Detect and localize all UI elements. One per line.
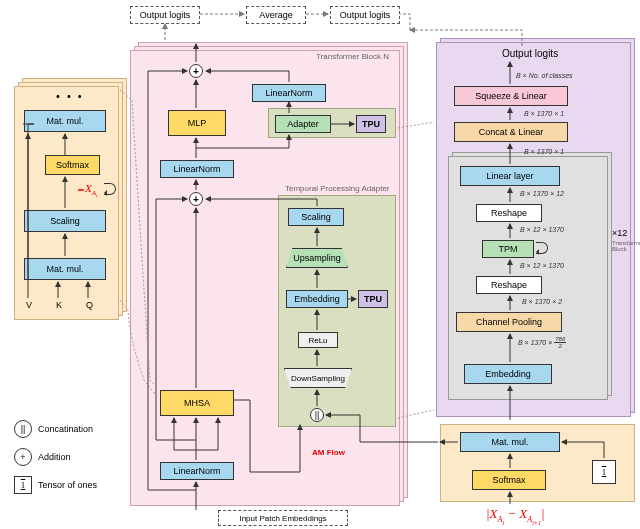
linear-layer: Linear layer (460, 166, 560, 186)
relu-block: ReLu (298, 332, 338, 348)
channel-pooling-label: Channel Pooling (476, 317, 542, 327)
downsampling-block: DownSampling (284, 368, 352, 388)
scaling-left: Scaling (24, 210, 106, 232)
linearnorm-1-label: LinearNorm (265, 88, 312, 98)
x-at-loop-icon (104, 183, 116, 195)
softmax-right-label: Softmax (492, 475, 525, 485)
output-logits-right: Output logits (502, 48, 558, 59)
shape-4: B × 12 × 1370 (520, 226, 564, 233)
average-box: Average (246, 6, 306, 24)
plus-icon: + (14, 448, 32, 466)
mhsa-block: MHSA (160, 390, 234, 416)
embedding-right-label: Embedding (485, 369, 531, 379)
legend-ones: 1 Tensor of ones (14, 476, 97, 494)
legend-addition-label: Addition (38, 452, 71, 462)
embedding-right: Embedding (464, 364, 552, 384)
concat-node: || (310, 408, 324, 422)
linearnorm-1: LinearNorm (252, 84, 326, 102)
ones-tensor: 1 (592, 460, 616, 484)
x-at-label: XAt (85, 182, 97, 199)
tpu-1: TPU (356, 115, 386, 133)
tpa-pane (278, 195, 396, 427)
output-logits-label-2: Output logits (340, 10, 391, 20)
linearnorm-2-label: LinearNorm (173, 164, 220, 174)
shape-2: B × 1370 × 1 (524, 148, 564, 155)
upsampling-border (286, 248, 348, 268)
tpm-label: TPM (499, 244, 518, 254)
legend-addition: + Addition (14, 448, 71, 466)
shape-7: B × 1370 × 786 2 (518, 336, 566, 349)
ones-icon: 1 (14, 476, 32, 494)
dots-label: • • • (56, 90, 84, 102)
tpu-2: TPU (358, 290, 388, 308)
softmax-left: Softmax (45, 155, 100, 175)
shape-out: B × No. of classes (516, 72, 573, 79)
q-label: Q (86, 300, 93, 310)
shape-7b: 786 (554, 336, 566, 343)
x12-label: ×12 (612, 228, 627, 238)
squeeze-label: Squeeze & Linear (475, 91, 547, 101)
linearnorm-2: LinearNorm (160, 160, 234, 178)
squeeze-linear: Squeeze & Linear (454, 86, 568, 106)
tpa-title: Temporal Processing Adapter (285, 184, 390, 193)
v-label: V (26, 300, 32, 310)
concat-linear: Concat & Linear (454, 122, 568, 142)
scaling-tpa-label: Scaling (301, 212, 331, 222)
diff-label: |XAt − XAt+1| (486, 506, 544, 525)
tpm-loop-icon (536, 242, 548, 254)
shape-7c: 2 (559, 343, 562, 349)
add-top: + (189, 64, 203, 78)
concat-linear-label: Concat & Linear (479, 127, 544, 137)
channel-pooling: Channel Pooling (456, 312, 562, 332)
concat-icon: || (14, 420, 32, 438)
linear-layer-label: Linear layer (486, 171, 533, 181)
embedding-tpa: Embedding (286, 290, 348, 308)
reshape-2-label: Reshape (491, 280, 527, 290)
legend-concat-label: Concatination (38, 424, 93, 434)
output-logits-box-2: Output logits (330, 6, 400, 24)
matmul-bottom-label: Mat. mul. (46, 264, 83, 274)
adapter-block: Adapter (275, 115, 331, 133)
mhsa-label: MHSA (184, 398, 210, 408)
shape-3: B × 1370 × 12 (520, 190, 564, 197)
transformer-block-title: Transformer Block N (316, 52, 389, 61)
matmul-bottom: Mat. mul. (24, 258, 106, 280)
legend-concat: || Concatination (14, 420, 93, 438)
tpm-block: TPM (482, 240, 534, 258)
reshape-1-label: Reshape (491, 208, 527, 218)
shape-7a: B × 1370 × (518, 339, 552, 346)
mlp-block: MLP (168, 110, 226, 136)
ones-label: 1 (602, 467, 607, 477)
k-label: K (56, 300, 62, 310)
x12-sublabel: Transformer Block (612, 240, 640, 252)
shape-6: B × 1370 × 2 (522, 298, 562, 305)
matmul-right: Mat. mul. (460, 432, 560, 452)
shape-5: B × 12 × 1370 (520, 262, 564, 269)
reshape-1: Reshape (476, 204, 542, 222)
tpu-1-label: TPU (362, 119, 380, 129)
softmax-right: Softmax (472, 470, 546, 490)
legend-ones-label: Tensor of ones (38, 480, 97, 490)
tpu-2-label: TPU (364, 294, 382, 304)
input-patch-box: Input Patch Embeddings (218, 510, 348, 526)
mlp-label: MLP (188, 118, 207, 128)
adapter-label: Adapter (287, 119, 319, 129)
reshape-2: Reshape (476, 276, 542, 294)
linearnorm-3: LinearNorm (160, 462, 234, 480)
linearnorm-3-label: LinearNorm (173, 466, 220, 476)
input-patch-label: Input Patch Embeddings (239, 514, 326, 523)
scaling-left-label: Scaling (50, 216, 80, 226)
softmax-left-label: Softmax (56, 160, 89, 170)
matmul-right-label: Mat. mul. (491, 437, 528, 447)
shape-1: B × 1370 × 1 (524, 110, 564, 117)
output-logits-label-1: Output logits (140, 10, 191, 20)
embedding-tpa-label: Embedding (294, 294, 340, 304)
relu-label: ReLu (308, 336, 327, 345)
matmul-top: Mat. mul. (24, 110, 106, 132)
am-flow-label: AM Flow (312, 448, 345, 457)
add-mid: + (189, 192, 203, 206)
matmul-top-label: Mat. mul. (46, 116, 83, 126)
average-label: Average (259, 10, 292, 20)
downsampling-label: DownSampling (291, 374, 345, 383)
scaling-tpa: Scaling (288, 208, 344, 226)
